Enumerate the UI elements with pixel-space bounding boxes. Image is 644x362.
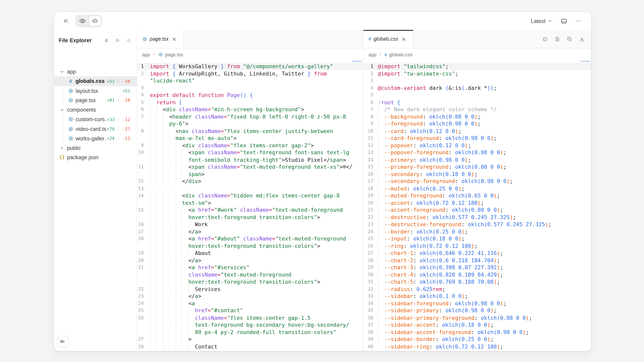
- preview-toggle-button[interactable]: [76, 16, 89, 26]
- copy-button[interactable]: [565, 34, 575, 44]
- file-row-works-galler[interactable]: works-galler…+24 / -13: [54, 134, 137, 143]
- code-line: 35--sidebar-primary: oklch(0.98 0 0);: [364, 307, 591, 314]
- file-label: custom-curs…: [76, 116, 107, 122]
- code-line: 3: [364, 77, 591, 84]
- file-row-public[interactable]: public: [54, 143, 137, 153]
- code-line: 26--ring: oklch(0.72 0.12 180);: [364, 242, 591, 249]
- version-dropdown[interactable]: Latest: [528, 16, 555, 26]
- chevron-down-icon: [60, 107, 64, 112]
- open-in-panel-button[interactable]: [540, 34, 550, 44]
- chevron-down-icon: [60, 69, 64, 74]
- code-line: 7/* New dark elegant color scheme */: [364, 106, 591, 113]
- close-tab-icon[interactable]: ×: [401, 36, 406, 42]
- file-diff-button[interactable]: [552, 34, 562, 44]
- collapse-panel-button[interactable]: [60, 15, 72, 27]
- tab-globals-css[interactable]: # globals.css ×: [364, 30, 414, 48]
- code-line: 20--accent: oklch(0.72 0.12 180);: [364, 199, 591, 206]
- modified-region-indicator: [581, 61, 590, 62]
- file-row-custom-curs[interactable]: custom-curs…+33 / -12: [54, 115, 137, 124]
- tab-page-tsx[interactable]: page.tsx ×: [137, 30, 184, 48]
- code-line: 12--popover: oklch(0.12 0 0);: [364, 142, 591, 149]
- code-editor-page-tsx[interactable]: 1import { WorksGallery } from "@/compone…: [137, 60, 363, 351]
- file-label: components: [67, 107, 96, 113]
- file-label: works-galler…: [76, 135, 107, 142]
- code-line: 38--sidebar-accent-foreground: oklch(0.9…: [364, 329, 591, 336]
- tab-label: page.tsx: [150, 36, 169, 42]
- file-explorer-sidebar: File Explorer app#globals.css+51 / -50la…: [54, 30, 137, 351]
- file-row-page.tsx[interactable]: page.tsx+81 / -28: [54, 95, 137, 105]
- code-line: 2@import "tw-animate-css";: [364, 70, 591, 77]
- more-options-button[interactable]: [573, 15, 584, 27]
- react-icon: [142, 36, 148, 42]
- react-icon: [68, 97, 74, 103]
- code-line: 11<span className="text-muted-foreground…: [137, 163, 363, 170]
- code-line: 20</a>: [137, 257, 363, 264]
- file-row-app[interactable]: app: [54, 67, 137, 76]
- json-file-icon: {}: [59, 155, 65, 160]
- breadcrumb-folder: app: [142, 52, 150, 57]
- download-button[interactable]: [577, 34, 587, 44]
- code-line: 7<header className="fixed top-0 left-0 r…: [137, 113, 363, 120]
- eye-icon: [79, 18, 86, 24]
- file-label: video-card.tsx: [76, 126, 107, 132]
- tabstrip-left: page.tsx ×: [137, 30, 363, 48]
- file-plus-icon: [105, 37, 108, 43]
- file-row-components[interactable]: components: [54, 105, 137, 115]
- code-line: 27>: [137, 336, 363, 343]
- collapse-sidebar-button[interactable]: [57, 336, 69, 347]
- code-line: 9--foreground: oklch(0.98 0 0);: [364, 120, 591, 127]
- code-line: py-6">: [137, 120, 363, 127]
- code-line: 29<ArrowUpRight className="w-4 h-4" />: [137, 350, 363, 351]
- file-label: page.tsx: [76, 97, 96, 103]
- code-line: 41}: [364, 350, 591, 351]
- file-label: package.json: [67, 154, 98, 161]
- code-line: 3: [137, 84, 363, 91]
- file-row-video-card.tsx[interactable]: video-card.tsx+76 / -27: [54, 124, 137, 134]
- code-line: 40--sidebar-ring: oklch(0.72 0.12 180);: [364, 343, 591, 350]
- copy-icon: [567, 36, 572, 42]
- code-line: 34--sidebar-foreground: oklch(0.98 0 0);: [364, 300, 591, 307]
- new-folder-button[interactable]: [113, 36, 122, 44]
- code-line: 36--sidebar-primary-foreground: oklch(0.…: [364, 314, 591, 321]
- code-line: 28Contact: [137, 343, 363, 350]
- react-icon: [68, 136, 74, 141]
- code-line: font-semibold tracking-tight">Studio Pix…: [137, 156, 363, 163]
- editor-actions: [540, 30, 587, 48]
- file-row-globals.css[interactable]: #globals.css+51 / -50: [54, 76, 137, 86]
- breadcrumb-file: globals.css: [389, 52, 412, 57]
- file-row-layout.tsx[interactable]: layout.tsx+51: [54, 86, 137, 95]
- chevron-right-icon: [152, 52, 156, 57]
- code-line: 23</a>: [137, 293, 363, 300]
- diff-badge: +76 / -27: [107, 126, 137, 131]
- code-line: 28--chart-2: oklch(0.6 0.118 184.704);: [364, 257, 591, 264]
- tree-guide-line: [62, 115, 63, 143]
- panel-bottom-button[interactable]: [558, 15, 570, 27]
- editor-pane-page-tsx: page.tsx × app page.tsx 1import { WorksG…: [137, 30, 364, 351]
- code-line: 13: [137, 185, 363, 192]
- code-toggle-button[interactable]: [89, 16, 101, 26]
- editor-pane-globals-css: # globals.css ×: [364, 30, 591, 351]
- code-line: 17</a>: [137, 228, 363, 235]
- code-line: 33--sidebar: oklch(0.1 0 0);: [364, 293, 591, 300]
- file-label: app: [67, 69, 76, 75]
- new-file-button[interactable]: [102, 36, 110, 44]
- code-line: text-sm">: [137, 199, 363, 206]
- code-line: "lucide-react": [137, 77, 363, 84]
- react-icon: [68, 126, 74, 132]
- code-line: 14--primary: oklch(0.98 0 0);: [364, 156, 591, 163]
- code-line: 30--chart-4: oklch(0.828 0.189 84.429);: [364, 271, 591, 278]
- code-line: 19About: [137, 250, 363, 257]
- code-line: 11--card-foreground: oklch(0.98 0 0);: [364, 135, 591, 142]
- code-line: 39--sidebar-border: oklch(0.25 0 0);: [364, 336, 591, 343]
- code-editor-globals-css[interactable]: 1@import "tailwindcss";2@import "tw-anim…: [364, 60, 591, 351]
- close-tab-icon[interactable]: ×: [172, 36, 176, 42]
- tab-label: globals.css: [374, 36, 398, 42]
- search-files-button[interactable]: [124, 36, 132, 44]
- code-line: 4export default function Page() {: [137, 92, 363, 99]
- code-icon: [92, 18, 98, 24]
- code-line: hover:text-foreground transition-colors"…: [137, 214, 363, 221]
- top-toolbar: Latest: [54, 12, 591, 30]
- code-line: 29--chart-3: oklch(0.398 0.07 227.392);: [364, 264, 591, 271]
- code-line: 25href="#contact": [137, 307, 363, 314]
- file-row-package.json[interactable]: {}package.json: [54, 153, 137, 162]
